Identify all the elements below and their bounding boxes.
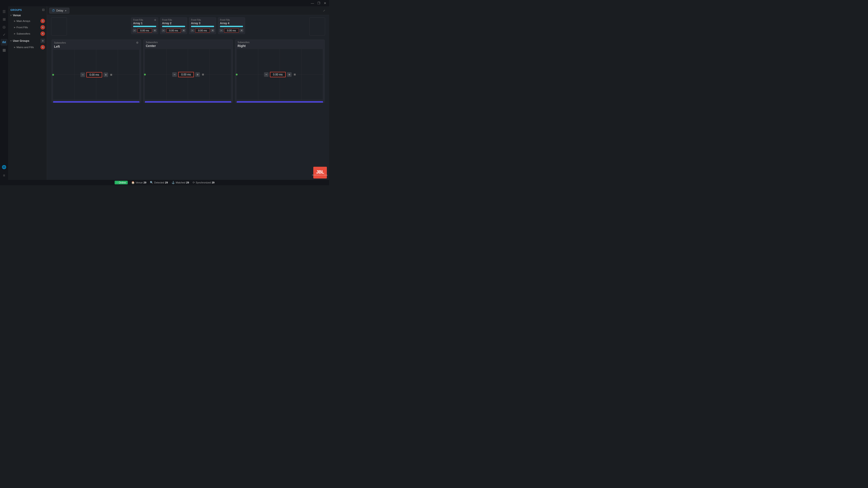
subwoofers-row: Subwoofers ⚙ Left − 0.00 ms + [49, 39, 327, 103]
subwoofers-mute[interactable]: 🔇 [40, 31, 45, 36]
array2-delay-plus[interactable]: + [182, 29, 186, 32]
array2-type: Front Fills [162, 19, 172, 21]
array4-delay-control: − 0.00 ms + [218, 29, 245, 34]
main-arrays-label: Main Arrays [17, 20, 30, 22]
top-bar: — ❐ ✕ [0, 0, 329, 6]
svg-rect-2 [4, 41, 5, 43]
sub-left-settings-icon[interactable]: ⚙ [136, 41, 138, 44]
delay-label: Delay [56, 9, 63, 12]
sidebar-item-subwoofers[interactable]: ▶ Subwoofers 🔇 [8, 31, 47, 37]
array2-bar [162, 26, 185, 27]
status-matched: ⚓ Matched 29 [172, 181, 189, 184]
expand-icon[interactable]: ⤢ [321, 8, 327, 13]
sub-card-left: Subwoofers ⚙ Left − 0.00 ms + [52, 39, 141, 103]
sub-right-delay-plus[interactable]: + [287, 72, 291, 77]
sidebar: GROUPS ⊡ ▼ Venue ▶ Main Arrays 🔇 ▶ Front… [8, 6, 47, 180]
groups-label: GROUPS [10, 8, 22, 11]
array4-bar [220, 26, 243, 27]
devices-icon[interactable]: ⊞ [1, 16, 7, 23]
sub-left-delay-value[interactable]: 0.00 ms [86, 72, 102, 77]
subwoofers-label: Subwoofers [17, 32, 30, 35]
array1-delay-plus[interactable]: + [153, 29, 157, 32]
sub-left-delay-minus[interactable]: − [81, 72, 85, 77]
restore-button[interactable]: ❐ [315, 0, 322, 6]
list-settings-icon[interactable]: ≡ [1, 172, 7, 179]
array3-name: Array 3 [189, 22, 216, 26]
main-content: ⏱ Delay ▼ ⤢ Front Fills ⚙ Array 1 [47, 6, 329, 180]
sub-center-delay-value[interactable]: 0.00 ms [178, 72, 194, 77]
array1-delay-value[interactable]: 0.00 ms [137, 29, 152, 33]
toolbar: ⏱ Delay ▼ ⤢ [47, 6, 329, 15]
venue-label: Venue [13, 14, 21, 17]
device-card-array4: Front Fills Array 4 − 0.00 ms + [218, 18, 245, 34]
sub-center-type: Subwoofers [146, 41, 158, 43]
venue-chevron: ▼ [10, 14, 12, 17]
svg-rect-3 [5, 41, 6, 43]
array3-delay-value[interactable]: 0.00 ms [195, 29, 210, 33]
sidebar-header-icon[interactable]: ⊡ [42, 8, 45, 11]
delay-icon: ⏱ [52, 9, 55, 12]
array1-name: Array 1 [131, 22, 158, 26]
delay-button[interactable]: ⏱ Delay ▼ [49, 8, 69, 13]
synchronized-label: Synchronized [196, 181, 211, 184]
matched-icon: ⚓ [172, 181, 175, 184]
front-fills-mute[interactable]: 🔇 [40, 25, 45, 30]
array4-delay-plus[interactable]: + [240, 29, 243, 32]
venue-section: ▼ Venue ▶ Main Arrays 🔇 ▶ Front Fills 🔇 … [8, 13, 47, 38]
menu-icon[interactable]: ☰ [1, 8, 7, 15]
array3-delay-plus[interactable]: + [211, 29, 215, 32]
sub-center-delay-minus[interactable]: − [172, 72, 177, 77]
array1-settings-icon[interactable]: ⚙ [154, 19, 156, 21]
user-groups-label: User Groups [13, 39, 29, 42]
sub-right-delay-minus[interactable]: − [264, 72, 269, 77]
svg-rect-1 [3, 41, 4, 43]
sub-left-name: Left [52, 45, 141, 50]
user-groups-item[interactable]: ▼ User Groups ⚙ [8, 38, 47, 44]
mains-fills-mute[interactable]: 🔇 [40, 45, 45, 50]
online-label: Online [119, 181, 126, 184]
sub-right-delay-value[interactable]: 0.00 ms [270, 72, 286, 77]
sidebar-item-main-arrays[interactable]: ▶ Main Arrays 🔇 [8, 18, 47, 24]
array4-name: Array 4 [218, 22, 245, 26]
delay-arrow: ▼ [65, 9, 67, 12]
eq-icon[interactable] [1, 39, 7, 46]
status-detected: 🔍 Detected 29 [150, 181, 168, 184]
array2-delay-value[interactable]: 0.00 ms [166, 29, 181, 33]
check-icon[interactable]: ✓ [1, 31, 7, 38]
globe-icon[interactable]: 🌐 [1, 164, 7, 170]
sub-center-body: − 0.00 ms + [145, 49, 231, 100]
array3-delay-minus[interactable]: − [191, 29, 194, 32]
sub-right-name: Right [235, 44, 324, 49]
array4-delay-minus[interactable]: − [219, 29, 223, 32]
venue-icon: 🏠 [131, 181, 135, 184]
venue-item[interactable]: ▼ Venue [8, 13, 47, 18]
subwoofers-chevron: ▶ [14, 33, 16, 35]
placeholder-card-right [309, 18, 325, 35]
main-arrays-chevron: ▶ [14, 20, 16, 22]
close-button[interactable]: ✕ [322, 0, 328, 6]
array2-delay-minus[interactable]: − [162, 29, 165, 32]
user-groups-settings[interactable]: ⚙ [40, 39, 45, 43]
user-groups-section: ▼ User Groups ⚙ ▶ Mains and Fills 🔇 [8, 38, 47, 51]
sub-center-delay-plus[interactable]: + [195, 72, 200, 77]
sub-left-delay-plus[interactable]: + [103, 72, 108, 77]
detected-label: Detected [154, 181, 164, 184]
sub-card-center: Subwoofers Center − 0.00 ms + [143, 39, 233, 103]
sidebar-item-front-fills[interactable]: ▶ Front Fills 🔇 [8, 24, 47, 31]
array2-name: Array 2 [160, 22, 187, 26]
sub-left-body: − 0.00 ms + [53, 50, 140, 100]
status-synchronized: ⟳ Synchronized 29 [193, 181, 215, 184]
matched-count: 29 [186, 181, 189, 184]
minimize-button[interactable]: — [309, 0, 315, 6]
sidebar-item-mains-fills[interactable]: ▶ Mains and Fills 🔇 [8, 44, 47, 51]
sub-center-delay-control: − 0.00 ms + [172, 72, 204, 77]
sub-left-type: Subwoofers [54, 41, 66, 44]
sidebar-header: GROUPS ⊡ [8, 6, 47, 13]
array1-delay-minus[interactable]: − [133, 29, 136, 32]
wireless-icon[interactable]: ◎ [1, 24, 7, 30]
array4-header: Front Fills [218, 18, 245, 22]
array4-delay-value[interactable]: 0.00 ms [224, 29, 239, 33]
main-arrays-mute[interactable]: 🔇 [40, 19, 45, 23]
chart-icon[interactable]: ▦ [1, 46, 7, 53]
sub-center-indicator [144, 74, 146, 75]
